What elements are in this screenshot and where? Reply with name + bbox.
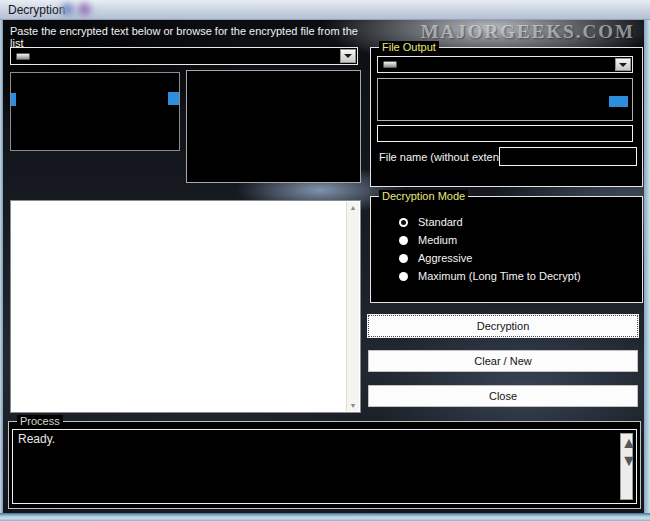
selection-marker [609,96,628,107]
source-file-combobox[interactable] [10,47,358,65]
radio-label: Aggressive [418,252,472,264]
radio-selected-icon[interactable] [399,218,408,227]
window-frame-bottom [0,513,650,521]
process-log-text: Ready. [18,432,55,446]
scroll-down-icon[interactable]: ▼ [347,400,359,411]
decryption-mode-group-label: Decryption Mode [379,190,468,202]
decryption-button[interactable]: Decryption [368,315,638,337]
watermark-text: MAJORGEEKS.COM [273,21,635,43]
decryption-window: Decryption Paste the encrypted text belo… [0,0,650,521]
window-title: Decryption [8,3,65,17]
window-frame-right [644,20,650,513]
drive-icon [383,61,397,68]
output-combo-dropdown-button[interactable] [615,58,631,71]
encrypted-text-area[interactable]: ▲ ▼ [10,200,361,413]
radio-label: Maximum (Long Time to Decrypt) [418,270,581,282]
scroll-up-icon[interactable]: ▲ [347,202,359,213]
radio-option-medium[interactable]: Medium [399,233,457,247]
drive-icon [16,53,30,60]
radio-unselected-icon[interactable] [399,254,408,263]
scroll-up-icon[interactable]: ▲ [621,434,632,452]
decryption-mode-group: Decryption Mode Standard Medium Aggressi… [370,196,643,303]
file-output-group: File Output File name (without extension… [370,47,643,187]
radio-unselected-icon[interactable] [399,236,408,245]
titlebar: Decryption [0,0,650,20]
chevron-down-icon [344,54,352,58]
selection-marker-left [11,93,16,106]
window-content: Paste the encrypted text below or browse… [3,20,644,513]
window-control-button-1[interactable] [61,3,74,16]
process-group-label: Process [17,415,63,427]
output-drive-combobox[interactable] [377,56,633,73]
chevron-down-icon [619,63,627,67]
file-preview-panel[interactable] [186,70,361,183]
scroll-down-icon[interactable]: ▼ [621,452,632,470]
selection-marker-right [168,92,179,105]
radio-label: Standard [418,216,463,228]
encrypted-files-listbox[interactable] [10,72,180,151]
process-log-box[interactable]: Ready. ▲ ▼ [12,429,637,504]
radio-unselected-icon[interactable] [399,272,408,281]
clear-new-button[interactable]: Clear / New [368,350,638,372]
output-folder-listbox[interactable] [377,78,633,121]
close-button[interactable]: Close [368,385,638,407]
process-group: Process Ready. ▲ ▼ [8,421,641,509]
radio-option-standard[interactable]: Standard [399,215,463,229]
file-name-input[interactable] [499,147,637,166]
window-control-button-2[interactable] [78,3,91,16]
encrypted-text-scrollbar[interactable]: ▲ ▼ [346,202,359,411]
process-scrollbar[interactable]: ▲ ▼ [620,433,633,500]
radio-option-aggressive[interactable]: Aggressive [399,251,472,265]
file-output-group-label: File Output [379,41,439,53]
radio-option-maximum[interactable]: Maximum (Long Time to Decrypt) [399,269,581,283]
radio-label: Medium [418,234,457,246]
source-combo-dropdown-button[interactable] [340,49,356,63]
output-path-field[interactable] [377,125,633,142]
